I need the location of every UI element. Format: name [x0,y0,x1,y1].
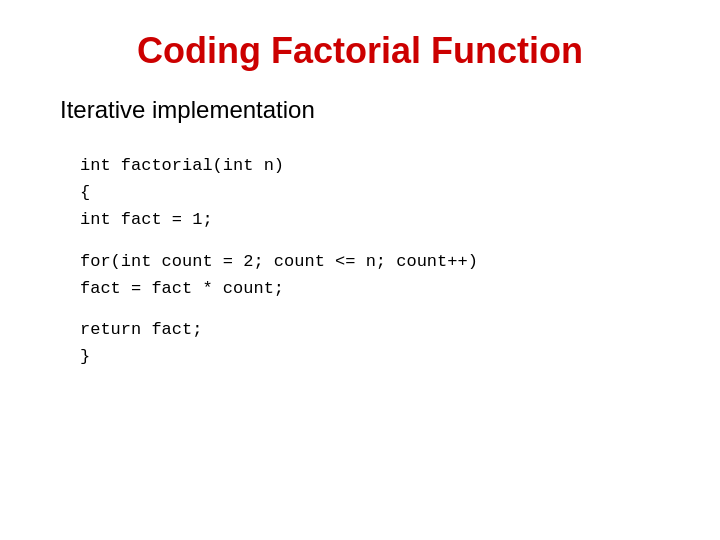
code-text: int factorial(int n) [80,156,284,175]
code-line-6: return fact; [80,316,478,343]
code-gap-1 [80,234,478,248]
code-line-1: int factorial(int n) [80,152,478,179]
code-line-2: { [80,179,478,206]
code-text: } [80,347,90,366]
code-line-4: for(int count = 2; count <= n; count++) [80,248,478,275]
code-text: { [80,183,90,202]
page-title: Coding Factorial Function [60,30,660,72]
section-subtitle: Iterative implementation [60,96,315,124]
code-line-5: fact = fact * count; [80,275,478,302]
code-line-3: int fact = 1; [80,206,478,233]
code-text: return fact; [80,320,202,339]
code-block: int factorial(int n) { int fact = 1; for… [80,152,478,370]
code-gap-2 [80,302,478,316]
code-text: int fact = 1; [80,210,213,229]
code-text: for(int count = 2; count <= n; count++) [80,252,478,271]
code-text: fact = fact * count; [80,279,284,298]
code-line-7: } [80,343,478,370]
